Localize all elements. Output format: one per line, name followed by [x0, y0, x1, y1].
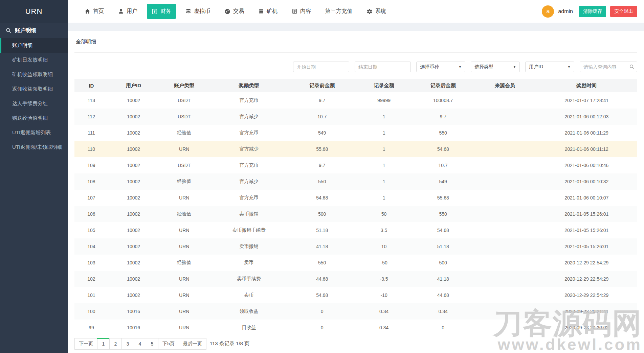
table-cell: 1: [356, 173, 412, 190]
table-cell: 10002: [108, 125, 159, 141]
sidebar-item-miner-income-claim[interactable]: 矿机收益领取明细: [0, 67, 68, 82]
logout-button[interactable]: 安全退出: [610, 6, 637, 17]
table-row: 10210002URN卖币手续费44.68-3.541.182020-12-29…: [74, 271, 637, 287]
nav-item-home[interactable]: 首页: [80, 4, 109, 19]
table-cell: USDT: [159, 157, 209, 173]
table-cell: 2020-12-29 22:54:29: [536, 255, 637, 271]
table-cell: URN: [159, 271, 209, 287]
table-cell: 10002: [108, 238, 159, 255]
table-cell: 卖币撤销: [209, 238, 288, 255]
end-date-input[interactable]: [355, 62, 411, 72]
nav-item-users[interactable]: 用户: [113, 4, 142, 19]
sidebar-item-account-detail[interactable]: 账户明细: [0, 38, 68, 53]
nav-item-label: 内容: [300, 8, 311, 15]
avatar[interactable]: a: [542, 5, 554, 18]
table-cell: 2020-09-23 20:21:41: [536, 303, 637, 320]
pager-next-button[interactable]: 下一页: [74, 338, 97, 350]
table-cell: 101: [74, 287, 108, 303]
table-cell: 51.18: [412, 238, 474, 255]
clear-cache-button[interactable]: 清除缓存: [579, 6, 606, 17]
sidebar-item-uti-rebate-claimed[interactable]: UTI返佣领/未领取明细: [0, 140, 68, 155]
coin-select-value: 选择币种: [420, 64, 439, 70]
pager-page-3[interactable]: 3: [121, 338, 134, 350]
pager-page-4[interactable]: 4: [134, 338, 146, 350]
col-header-account-type: 账户类型: [159, 79, 209, 92]
table-cell: [474, 287, 536, 303]
table-cell: 10016: [108, 320, 159, 336]
topbar-right: a admin 清除缓存 安全退出: [542, 5, 637, 18]
table-cell: 官方减少: [209, 109, 288, 125]
start-date-input[interactable]: [293, 62, 349, 72]
sidebar-item-miner-daily-grant[interactable]: 矿机日发放明细: [0, 53, 68, 67]
user-icon: [118, 8, 124, 14]
user-id-select[interactable]: 用户ID ▼: [525, 62, 574, 72]
table-cell: 111: [74, 125, 108, 141]
table-cell: 9.7: [412, 109, 474, 125]
table-cell: 113: [74, 92, 108, 109]
nav-items: 首页 用户 财务 虚拟币 交易: [80, 4, 391, 19]
table-cell: 10002: [108, 173, 159, 190]
table-cell: 1: [356, 141, 412, 157]
table-cell: 109: [74, 157, 108, 173]
table-cell: 549: [288, 125, 356, 141]
search-icon: [5, 27, 12, 33]
table-cell: 日收益: [209, 320, 288, 336]
table-row: 9910016URN日收益00.3402020-09-23 20:20:02: [74, 320, 637, 336]
pager-last-button[interactable]: 最后一页: [179, 338, 206, 350]
table-cell: [474, 92, 536, 109]
nav-item-virtual-coin[interactable]: 虚拟币: [181, 4, 215, 19]
sidebar-item-label: UTI返佣新增列表: [12, 130, 51, 136]
nav-item-third-party-recharge[interactable]: 第三方充值: [320, 4, 357, 19]
table-cell: 100: [74, 303, 108, 320]
nav-item-trade[interactable]: 交易: [220, 4, 249, 19]
type-select[interactable]: 选择类型 ▼: [471, 62, 520, 72]
pager-next5-button[interactable]: 下5页: [158, 338, 179, 350]
table-row: 11010002URN官方减少55.68154.682021-01-06 00:…: [74, 141, 637, 157]
coins-icon: [185, 8, 191, 14]
table-cell: 500: [288, 206, 356, 222]
sidebar-item-gift-exp-detail[interactable]: 赠送经验值明细: [0, 111, 68, 125]
search-field-wrap: [580, 62, 637, 72]
table-cell: -50: [356, 255, 412, 271]
table-cell: 领取收益: [209, 303, 288, 320]
nav-item-system[interactable]: 系统: [362, 4, 391, 19]
tab-all-details[interactable]: 全部明细: [74, 39, 97, 45]
pager-page-1[interactable]: 1: [97, 338, 110, 350]
table-cell: 0: [412, 320, 474, 336]
table-cell: 经验值: [159, 125, 209, 141]
pagination-bar: 下一页 1 2 3 4 5 下5页 最后一页 113 条记录 1/8 页: [74, 338, 637, 350]
table-cell: 卖币: [209, 287, 288, 303]
coin-select[interactable]: 选择币种 ▼: [416, 62, 465, 72]
nav-item-content[interactable]: 内容: [287, 4, 316, 19]
content-area: 全部明细 选择币种 ▼ 选择类型 ▼ 用户ID ▼: [68, 31, 644, 353]
table-cell: 2020-12-29 22:54:29: [536, 271, 637, 287]
nav-item-miner[interactable]: 矿机: [253, 4, 282, 19]
nav-item-finance[interactable]: 财务: [147, 4, 176, 19]
sidebar-item-uti-rebate-new-list[interactable]: UTI返佣新增列表: [0, 125, 68, 140]
table-row: 10710002URN官方充币54.68155.682021-01-06 00:…: [74, 190, 637, 206]
search-input[interactable]: [580, 62, 637, 72]
pager-page-5[interactable]: 5: [146, 338, 158, 350]
col-header-reward-time: 奖励时间: [536, 79, 637, 92]
table-cell: 104: [74, 238, 108, 255]
table-cell: 102: [74, 271, 108, 287]
tab-bar: 全部明细: [74, 31, 637, 53]
pager-page-2[interactable]: 2: [109, 338, 122, 350]
table-cell: URN: [159, 141, 209, 157]
sidebar-item-label: 赠送经验值明细: [12, 115, 48, 121]
table-row: 10310002经验值卖币550-505002020-12-29 22:54:2…: [74, 255, 637, 271]
sidebar-item-label: 达人手续费分红: [12, 100, 48, 107]
table-cell: 0: [288, 303, 356, 320]
sidebar-item-rebate-income-claim[interactable]: 返佣收益领取明细: [0, 82, 68, 96]
table-cell: 108: [74, 173, 108, 190]
table-cell: 2021-01-05 15:26:01: [536, 206, 637, 222]
sidebar-item-expert-fee-dividend[interactable]: 达人手续费分红: [0, 96, 68, 111]
table-row: 10810002经验值官方减少55015492021-01-06 00:10:3…: [74, 173, 637, 190]
table-cell: 41.18: [412, 271, 474, 287]
table-cell: 2020-09-23 20:20:02: [536, 320, 637, 336]
table-cell: [474, 190, 536, 206]
table-cell: USDT: [159, 92, 209, 109]
table-cell: 卖币手续费: [209, 271, 288, 287]
table-cell: [474, 222, 536, 238]
nav-item-label: 交易: [233, 8, 244, 15]
